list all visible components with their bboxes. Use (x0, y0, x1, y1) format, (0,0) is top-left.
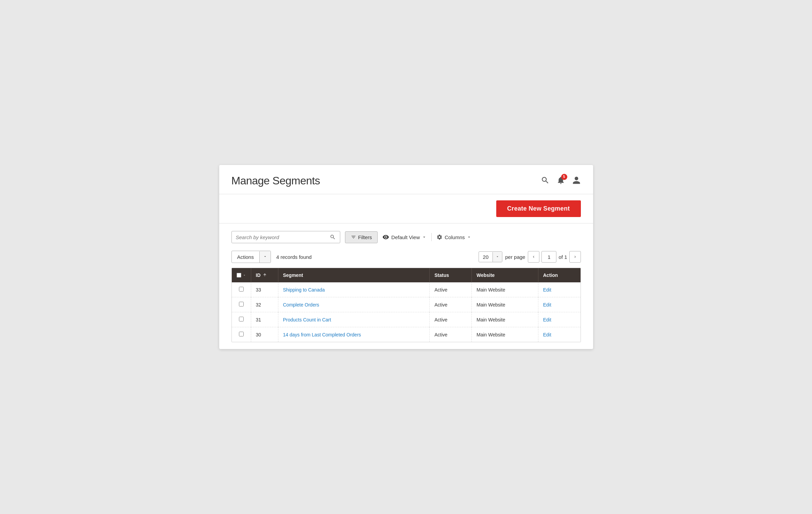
view-selector[interactable]: Default View (382, 234, 427, 241)
row-checkbox[interactable] (239, 317, 244, 321)
row-action: Edit (538, 282, 580, 297)
row-status: Active (430, 297, 472, 312)
main-container: Manage Segments 5 (219, 165, 593, 349)
segment-link[interactable]: Products Count in Cart (283, 317, 331, 322)
th-segment: Segment (278, 268, 430, 282)
filters-button[interactable]: Filters (345, 231, 378, 243)
table-row: 33 Shipping to Canada Active Main Websit… (232, 282, 581, 297)
user-icon[interactable] (572, 176, 581, 186)
table-wrapper: ID Segment Status Website Actio (219, 268, 593, 349)
notification-badge: 5 (561, 174, 567, 180)
toolbar: Create New Segment (219, 194, 593, 223)
per-page-group: 20 per page of 1 (479, 251, 581, 263)
row-edit-link[interactable]: Edit (543, 317, 551, 322)
search-input[interactable] (236, 234, 330, 240)
th-action: Action (538, 268, 580, 282)
row-website: Main Website (471, 297, 538, 312)
row-checkbox[interactable] (239, 302, 244, 306)
table-row: 30 14 days from Last Completed Orders Ac… (232, 327, 581, 342)
search-icon[interactable] (541, 176, 550, 186)
segment-link[interactable]: 14 days from Last Completed Orders (283, 332, 361, 337)
row-checkbox[interactable] (239, 332, 244, 336)
table-row: 32 Complete Orders Active Main Website E… (232, 297, 581, 312)
row-segment: 14 days from Last Completed Orders (278, 327, 430, 342)
row-id: 30 (251, 327, 278, 342)
th-id: ID (251, 268, 278, 282)
row-status: Active (430, 327, 472, 342)
filters-bar: Filters Default View Columns (219, 223, 593, 248)
row-action: Edit (538, 327, 580, 342)
view-label: Default View (391, 234, 420, 240)
segments-table: ID Segment Status Website Actio (232, 268, 581, 342)
sort-id-icon[interactable] (263, 272, 267, 278)
row-checkbox-cell (232, 297, 251, 312)
row-checkbox[interactable] (239, 287, 244, 292)
eye-icon (382, 234, 389, 241)
prev-page-button[interactable] (528, 251, 539, 263)
segment-link[interactable]: Complete Orders (283, 302, 319, 308)
notification-bell-icon[interactable]: 5 (556, 176, 565, 186)
table-row: 31 Products Count in Cart Active Main We… (232, 312, 581, 327)
per-page-arrow[interactable] (493, 252, 502, 262)
th-website: Website (471, 268, 538, 282)
next-page-button[interactable] (569, 251, 581, 263)
page-of: of 1 (558, 254, 567, 260)
table-header-row: ID Segment Status Website Actio (232, 268, 581, 282)
table-outer: ID Segment Status Website Actio (231, 268, 581, 342)
columns-chevron-down-icon (467, 235, 471, 239)
page-header: Manage Segments 5 (219, 165, 593, 194)
row-id: 32 (251, 297, 278, 312)
select-all-checkbox[interactable] (237, 273, 241, 278)
row-id: 31 (251, 312, 278, 327)
per-page-label: per page (505, 254, 525, 260)
row-segment: Shipping to Canada (278, 282, 430, 297)
row-edit-link[interactable]: Edit (543, 332, 551, 337)
header-icons: 5 (541, 176, 581, 186)
columns-selector[interactable]: Columns (436, 234, 471, 240)
view-chevron-down-icon (422, 235, 427, 239)
records-found: 4 records found (276, 254, 312, 260)
search-box (231, 231, 340, 243)
row-website: Main Website (471, 282, 538, 297)
th-id-label: ID (256, 272, 261, 278)
actions-dropdown-arrow[interactable] (260, 251, 271, 263)
row-edit-link[interactable]: Edit (543, 302, 551, 308)
table-body: 33 Shipping to Canada Active Main Websit… (232, 282, 581, 342)
th-checkbox (232, 268, 251, 282)
page-number-input[interactable] (541, 251, 556, 263)
per-page-chevron-down-icon (496, 255, 499, 259)
row-checkbox-cell (232, 327, 251, 342)
th-status: Status (430, 268, 472, 282)
row-status: Active (430, 282, 472, 297)
row-segment: Products Count in Cart (278, 312, 430, 327)
columns-label: Columns (445, 234, 465, 240)
separator (431, 233, 432, 241)
th-select-arrow[interactable] (243, 272, 246, 278)
row-checkbox-cell (232, 282, 251, 297)
actions-label: Actions (232, 251, 260, 263)
row-website: Main Website (471, 312, 538, 327)
gear-icon (436, 234, 443, 240)
row-id: 33 (251, 282, 278, 297)
create-new-segment-button[interactable]: Create New Segment (496, 200, 581, 217)
search-icon-input (330, 234, 336, 240)
segment-link[interactable]: Shipping to Canada (283, 287, 325, 293)
filters-button-label: Filters (358, 234, 372, 240)
pagination: of 1 (528, 251, 581, 263)
per-page-select: 20 (479, 251, 503, 262)
row-action: Edit (538, 297, 580, 312)
chevron-right-icon (573, 255, 577, 259)
page-title: Manage Segments (231, 175, 320, 187)
row-website: Main Website (471, 327, 538, 342)
actions-bar: Actions 4 records found 20 per page (219, 248, 593, 268)
actions-chevron-down-icon (263, 254, 267, 259)
filter-icon (351, 234, 356, 240)
per-page-value: 20 (479, 252, 493, 262)
row-edit-link[interactable]: Edit (543, 287, 551, 293)
row-checkbox-cell (232, 312, 251, 327)
chevron-left-icon (532, 255, 536, 259)
row-action: Edit (538, 312, 580, 327)
actions-dropdown: Actions (231, 251, 271, 263)
table-head: ID Segment Status Website Actio (232, 268, 581, 282)
row-segment: Complete Orders (278, 297, 430, 312)
